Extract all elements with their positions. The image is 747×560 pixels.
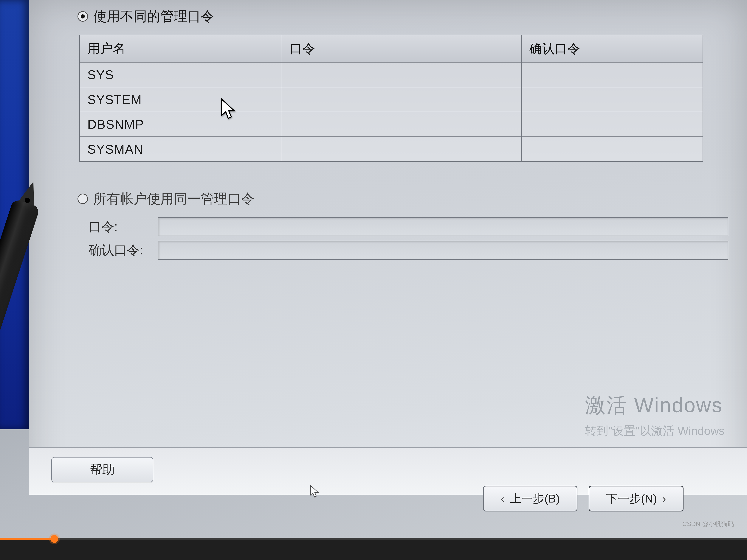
windows-activation-watermark: 激活 Windows 转到"设置"以激活 Windows [585, 392, 725, 439]
col-username: 用户名 [80, 35, 282, 62]
cell-username: SYSTEM [80, 87, 282, 112]
chevron-right-icon: › [662, 492, 666, 505]
option-same-password[interactable]: 所有帐户使用同一管理口令 [77, 190, 728, 208]
installer-window: 使用不同的管理口令 用户名 口令 确认口令 SYS [29, 0, 747, 495]
cell-password[interactable] [282, 87, 522, 112]
cell-password[interactable] [282, 62, 522, 87]
csdn-watermark: CSDN @小帆猫码 [682, 520, 734, 528]
radio-icon [77, 193, 88, 204]
help-button[interactable]: 帮助 [51, 457, 153, 482]
next-label: 下一步(N) [606, 491, 657, 506]
cell-confirm[interactable] [522, 62, 703, 87]
accounts-table: 用户名 口令 确认口令 SYS SYSTEM [79, 35, 703, 162]
cell-password[interactable] [282, 137, 522, 162]
confirm-row: 确认口令: [89, 241, 728, 260]
table-row: DBSNMP [80, 112, 703, 137]
password-label: 口令: [89, 218, 158, 235]
table-row: SYSTEM [80, 87, 703, 112]
option-label: 所有帐户使用同一管理口令 [93, 190, 255, 208]
back-label: 上一步(B) [510, 491, 560, 506]
watermark-title: 激活 Windows [585, 392, 725, 419]
cell-confirm[interactable] [522, 137, 703, 162]
progress-knob[interactable] [50, 535, 58, 543]
chevron-left-icon: ‹ [501, 492, 505, 505]
progress-fill [0, 538, 54, 540]
next-button[interactable]: 下一步(N) › [589, 486, 684, 511]
cell-username: DBSNMP [80, 112, 282, 137]
cell-username: SYS [80, 62, 282, 87]
cell-username: SYSMAN [80, 137, 282, 162]
video-player-bar[interactable] [0, 538, 747, 560]
desktop-background-strip [0, 0, 29, 429]
radio-icon [77, 11, 88, 22]
wizard-bottom-bar: 帮助 ‹ 上一步(B) 下一步(N) › [29, 447, 747, 495]
progress-track[interactable] [0, 538, 747, 540]
table-header-row: 用户名 口令 确认口令 [80, 35, 703, 62]
confirm-label: 确认口令: [89, 242, 158, 259]
option-label: 使用不同的管理口令 [93, 7, 214, 25]
col-password: 口令 [282, 35, 522, 62]
password-row: 口令: [89, 217, 728, 236]
back-button[interactable]: ‹ 上一步(B) [483, 486, 577, 511]
watermark-subtitle: 转到"设置"以激活 Windows [585, 423, 725, 439]
option-different-passwords[interactable]: 使用不同的管理口令 [77, 7, 728, 25]
password-input[interactable] [158, 217, 728, 236]
cell-confirm[interactable] [522, 87, 703, 112]
cell-password[interactable] [282, 112, 522, 137]
confirm-input[interactable] [158, 241, 728, 260]
table-row: SYS [80, 62, 703, 87]
col-confirm: 确认口令 [522, 35, 703, 62]
table-row: SYSMAN [80, 137, 703, 162]
cell-confirm[interactable] [522, 112, 703, 137]
